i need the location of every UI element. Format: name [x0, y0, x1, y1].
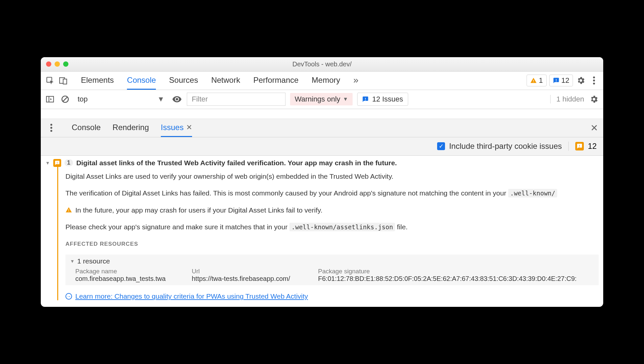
issues-button[interactable]: 12 Issues	[357, 93, 408, 106]
affected-resources-label: AFFECTED RESOURCES	[65, 241, 599, 247]
settings-icon[interactable]	[576, 75, 586, 86]
drawer-tab-issues-label: Issues	[161, 123, 184, 132]
table-row: com.firebaseapp.twa_tests.twa https://tw…	[75, 275, 594, 283]
issue-body: Digital Asset Links are used to verify y…	[57, 167, 599, 301]
svg-rect-6	[46, 97, 54, 102]
hidden-count[interactable]: 1 hidden	[550, 95, 584, 103]
devtools-window: DevTools - web.dev/ Elements Console Sou…	[41, 57, 603, 307]
log-level-select[interactable]: Warnings only ▼	[290, 93, 353, 105]
svg-point-12	[50, 130, 52, 132]
svg-point-5	[593, 83, 595, 85]
tab-overflow[interactable]: »	[353, 72, 359, 90]
svg-point-11	[50, 127, 52, 129]
issue-paragraph-1: Digital Asset Links are used to verify y…	[65, 171, 599, 181]
resource-count: 1 resource	[77, 257, 110, 265]
console-options-bar: top ▼ Warnings only ▼ 12 Issues 1 hidden	[41, 90, 603, 109]
context-select[interactable]: top ▼	[75, 94, 167, 105]
expand-icon[interactable]: ▼	[70, 259, 75, 264]
drawer-more-icon[interactable]	[46, 123, 57, 133]
status-badges: 1 12	[527, 75, 573, 86]
third-party-cookies-label: Include third-party cookie issues	[449, 142, 562, 151]
close-tab-icon[interactable]: ✕	[186, 123, 192, 132]
header-url: Url	[192, 268, 310, 275]
issue-icon	[362, 96, 369, 102]
inspect-element-icon[interactable]	[45, 75, 55, 86]
resource-count-row[interactable]: ▼ 1 resource	[70, 257, 594, 265]
device-toolbar-icon[interactable]	[58, 75, 68, 86]
issue-title: Digital asset links of the Trusted Web A…	[76, 159, 397, 167]
issues-toolbar: ✓ Include third-party cookie issues 12	[41, 137, 603, 156]
log-level-value: Warnings only	[295, 95, 340, 103]
tab-memory[interactable]: Memory	[312, 72, 340, 90]
issue-severity-icon	[53, 159, 61, 167]
external-link-icon: →	[65, 293, 72, 300]
issue-total-group: 12	[568, 142, 597, 151]
resource-table: Package name Url Package signature com.f…	[75, 268, 594, 283]
chevron-down-icon: ▼	[343, 96, 348, 102]
titlebar: DevTools - web.dev/	[41, 57, 603, 72]
learn-more-row: → Learn more: Changes to quality criteri…	[65, 292, 599, 300]
warning-icon	[530, 77, 537, 84]
console-body-spacer	[41, 109, 603, 119]
filter-input[interactable]	[187, 93, 285, 106]
main-tabs: Elements Console Sources Network Perform…	[81, 72, 359, 90]
cell-package-signature: F6:01:12:78:BD:E1:88:52:D5:0F:05:2A:5E:6…	[318, 275, 594, 283]
issue-total-count: 12	[588, 142, 597, 151]
code-path-1: .well-known/	[508, 189, 557, 197]
learn-more-link[interactable]: Learn more: Changes to quality criteria …	[75, 292, 308, 300]
svg-point-4	[593, 80, 595, 81]
sidebar-toggle-icon[interactable]	[45, 94, 55, 104]
warnings-badge[interactable]: 1	[527, 75, 546, 86]
tab-performance[interactable]: Performance	[253, 72, 298, 90]
drawer-tabs: Console Rendering Issues ✕ ✕	[41, 119, 603, 137]
drawer-tab-rendering[interactable]: Rendering	[112, 119, 149, 137]
window-title: DevTools - web.dev/	[41, 60, 603, 68]
issue-paragraph-3: In the future, your app may crash for us…	[65, 205, 599, 215]
live-expression-icon[interactable]	[172, 94, 182, 104]
tab-sources[interactable]: Sources	[169, 72, 198, 90]
tab-elements[interactable]: Elements	[81, 72, 114, 90]
clear-console-icon[interactable]	[60, 94, 70, 104]
drawer-close-icon[interactable]: ✕	[590, 123, 598, 133]
svg-line-9	[63, 97, 67, 102]
warning-icon	[65, 207, 72, 213]
drawer-tab-console[interactable]: Console	[72, 119, 101, 137]
third-party-cookies-checkbox[interactable]: ✓	[437, 142, 445, 150]
tab-network[interactable]: Network	[211, 72, 240, 90]
svg-point-10	[50, 124, 52, 126]
issue-occurrence-count: 1	[64, 159, 73, 166]
table-header-row: Package name Url Package signature	[75, 268, 594, 275]
cell-package-name: com.firebaseapp.twa_tests.twa	[75, 275, 184, 283]
warnings-count: 1	[539, 76, 543, 85]
svg-point-3	[593, 77, 595, 79]
issues-count: 12	[561, 76, 569, 85]
issue-paragraph-4: Please check your app's signature and ma…	[65, 222, 599, 232]
main-toolbar: Elements Console Sources Network Perform…	[41, 72, 603, 90]
more-icon[interactable]	[589, 75, 599, 86]
issue-icon	[553, 77, 559, 84]
issue-paragraph-2: The verification of Digital Asset Links …	[65, 188, 599, 198]
issues-badge[interactable]: 12	[549, 75, 573, 86]
console-settings-icon[interactable]	[589, 94, 599, 104]
issue-header[interactable]: ▼ 1 Digital asset links of the Trusted W…	[45, 159, 599, 167]
tab-console[interactable]: Console	[127, 72, 156, 90]
issues-panel: ▼ 1 Digital asset links of the Trusted W…	[41, 156, 603, 307]
header-package-signature: Package signature	[318, 268, 594, 275]
issue-total-icon	[575, 142, 584, 150]
issues-button-label: 12 Issues	[372, 95, 403, 103]
chevron-down-icon: ▼	[157, 95, 164, 103]
expand-icon[interactable]: ▼	[45, 160, 50, 166]
affected-resources-block: ▼ 1 resource Package name Url Package si…	[65, 255, 599, 285]
drawer-tab-issues[interactable]: Issues ✕	[161, 119, 192, 137]
code-path-2: .well-known/assetlinks.json	[289, 223, 395, 231]
svg-rect-2	[63, 79, 67, 84]
header-package-name: Package name	[75, 268, 184, 275]
cell-url: https://twa-tests.firebaseapp.com/	[192, 275, 310, 283]
context-value: top	[78, 95, 88, 103]
